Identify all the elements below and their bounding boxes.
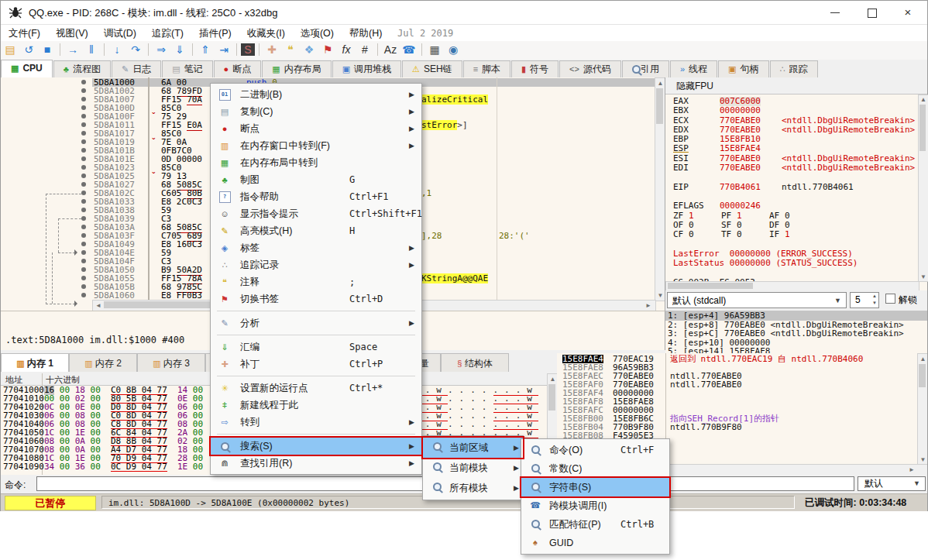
favourites-icon[interactable]: ⚑ <box>319 42 336 57</box>
close-button[interactable]: × <box>891 1 925 24</box>
calling-convention-select[interactable]: 默认 (stdcall)▼ <box>667 292 847 308</box>
hide-fpu-button[interactable]: 隐藏FPU <box>665 77 927 94</box>
step-over-icon[interactable]: ↷ <box>127 42 144 57</box>
command-menu-item[interactable]: 命令(O)Ctrl+F <box>521 441 669 459</box>
tab-memory-map[interactable]: ▦内存布局 <box>262 60 331 77</box>
tab-call-stack[interactable]: ▣调用堆栈 <box>332 60 401 77</box>
close-debuggee-icon[interactable]: ■ <box>39 42 56 57</box>
scroll-up-arrow[interactable]: ▲ <box>655 80 665 87</box>
step-into-icon[interactable]: ↓ <box>108 42 125 57</box>
menu-f[interactable]: 文件(F) <box>1 25 48 40</box>
instruction-help-menu-item[interactable]: ?指令帮助Ctrl+F1 <box>211 188 421 205</box>
breakpoint-dot[interactable] <box>81 122 86 127</box>
menu-o[interactable]: 选项(O) <box>293 25 342 40</box>
scylla-icon[interactable]: S <box>241 43 255 56</box>
mnemonic-brief-menu-item[interactable]: ☺显示指令提示Ctrl+Shift+F1 <box>211 205 421 222</box>
menu-p[interactable]: 插件(P) <box>191 25 239 40</box>
scroll-down-arrow[interactable]: ▼ <box>655 292 665 299</box>
tab-graph[interactable]: ♣流程图 <box>53 60 111 77</box>
breakpoint-dot[interactable] <box>81 139 86 144</box>
tab-handles[interactable]: ▣句柄 <box>718 60 768 77</box>
restart-icon[interactable]: ↺ <box>20 42 37 57</box>
menu-i[interactable]: 收藏夹(I) <box>239 25 293 40</box>
labels-icon[interactable]: ❖ <box>301 42 318 57</box>
tab-threads[interactable]: »线程 <box>670 60 717 77</box>
tab-trace[interactable]: ∴跟踪 <box>770 60 818 77</box>
goto-menu-item[interactable]: ⇨转到▶ <box>211 414 421 431</box>
toggle-bookmark-menu-item[interactable]: ⚑切换书签Ctrl+D <box>211 290 421 307</box>
execute-till-return-icon[interactable]: ⇓ <box>171 42 188 57</box>
dump-tab-1[interactable]: ▥ 内存 1 <box>1 353 69 372</box>
maximize-button[interactable] <box>854 1 888 24</box>
breakpoint-dot[interactable] <box>81 105 86 110</box>
breakpoint-menu-item[interactable]: ●断点▶ <box>211 120 421 137</box>
label-menu-item[interactable]: ◈标签▶ <box>211 239 421 256</box>
breakpoint-dot[interactable] <box>81 191 86 195</box>
run-to-selection-icon[interactable]: ⇒ <box>153 42 170 57</box>
comment-menu-item[interactable]: ❝注释; <box>211 273 421 290</box>
string-references-menu-item[interactable]: 字符串(S) <box>521 478 669 496</box>
tab-references[interactable]: 引用 <box>622 60 669 77</box>
analysis-menu-item[interactable]: ✎分析▶ <box>211 314 421 332</box>
run-icon[interactable]: → <box>64 42 81 57</box>
tab-symbols[interactable]: ▮符号 <box>511 60 559 77</box>
trace-record-menu-item[interactable]: ∴追踪记录▶ <box>211 256 421 273</box>
pattern-menu-item[interactable]: 匹配特征(P)Ctrl+B <box>521 515 669 534</box>
follow-in-memory-map-menu-item[interactable]: ▦在内存布局中转到 <box>211 154 421 171</box>
follow-in-dump-menu-item[interactable]: ▥在内存窗口中转到(F)▶ <box>211 137 421 154</box>
stack-vscrollbar[interactable]: ▲ ▼ <box>917 353 927 466</box>
scroll-right-arrow[interactable]: ► <box>644 302 652 309</box>
stack-row[interactable]: 15E8FB04770B9F80ntdll.770B9F80 <box>557 423 913 431</box>
command-profile-select[interactable]: 默认▼ <box>858 476 926 491</box>
breakpoint-dot[interactable] <box>81 225 86 229</box>
assemble-menu-item[interactable]: ⇓汇编Space <box>211 338 421 356</box>
set-new-origin-menu-item[interactable]: ✳设置新的运行点Ctrl+* <box>211 380 421 397</box>
open-file-icon[interactable]: ▤ <box>2 42 19 57</box>
run-to-user-code-icon[interactable]: ⇥ <box>215 42 232 57</box>
stack-row[interactable]: 15E8FAF0770EABE0ntdll.770EABE0 <box>557 380 913 389</box>
tab-notes[interactable]: ▤笔记 <box>162 60 212 77</box>
menu-h[interactable]: 帮助(H) <box>342 25 390 40</box>
guid-menu-item[interactable]: ♠GUID <box>521 534 669 552</box>
tab-source[interactable]: <>源代码 <box>559 60 621 77</box>
function-icon[interactable]: fx <box>338 42 355 57</box>
binary-menu-item[interactable]: 01二进制(B)▶ <box>211 86 421 103</box>
calls-icon[interactable]: ☎ <box>400 42 418 57</box>
all-modules-menu-item[interactable]: 所有模块▶ <box>423 478 523 498</box>
call-argument-row[interactable]: 1: [esp+4] 96A59BB3 <box>665 311 927 321</box>
breakpoint-dot[interactable] <box>81 208 86 212</box>
breakpoint-dot[interactable] <box>81 276 86 280</box>
minimize-button[interactable] <box>818 1 852 24</box>
breakpoint-dot[interactable] <box>81 242 86 246</box>
breakpoint-dot[interactable] <box>81 233 86 238</box>
breakpoint-dot[interactable] <box>81 182 86 187</box>
dump-tab-3[interactable]: ▥ 内存 3 <box>137 353 205 372</box>
new-thread-here-menu-item[interactable]: ǂ新建线程于此 <box>211 397 421 414</box>
registers-vscrollbar[interactable]: ▲ ▼ <box>918 94 928 282</box>
tab-seh[interactable]: ⚠SEH链 <box>402 60 462 77</box>
find-references-menu-item[interactable]: ⋒查找引用(R)▶ <box>211 455 421 472</box>
dump-tab-2[interactable]: ▥ 内存 2 <box>69 353 137 372</box>
struct-tab[interactable]: § 结构体 <box>441 353 509 372</box>
hash-icon[interactable]: # <box>356 42 373 57</box>
patch-menu-item[interactable]: ✚补丁Ctrl+P <box>211 356 421 373</box>
menu-t[interactable]: 追踪(T) <box>144 25 191 40</box>
call-argument-row[interactable]: 3: [esp+C] 770EABE0 <ntdll.DbgUiRemoteBr… <box>665 329 927 338</box>
menu-v[interactable]: 视图(V) <box>48 25 96 40</box>
breakpoint-dot[interactable] <box>81 148 86 153</box>
calculator-icon[interactable]: ▦ <box>426 42 443 57</box>
highlight-mode-menu-item[interactable]: ✎高亮模式(H)H <box>211 222 421 239</box>
breakpoint-dot[interactable] <box>81 88 86 93</box>
scroll-left-arrow[interactable]: ◄ <box>95 302 102 309</box>
breakpoint-dot[interactable] <box>81 250 86 255</box>
step-out-icon[interactable]: ⇑ <box>197 42 214 57</box>
pause-icon[interactable]: ‖ <box>83 42 100 57</box>
copy-menu-item[interactable]: ▤复制(C)▶ <box>211 103 421 120</box>
comments-icon[interactable]: ❝ <box>282 42 299 57</box>
tab-log[interactable]: ✎日志 <box>112 60 161 77</box>
patch-icon[interactable]: ✚ <box>263 42 280 57</box>
breakpoint-dot[interactable] <box>81 216 86 221</box>
breakpoint-dot[interactable] <box>81 97 86 101</box>
stack-row[interactable]: 15E8FAF400000000 <box>557 389 913 397</box>
call-arguments-list[interactable]: 1: [esp+4] 96A59BB32: [esp+8] 770EABE0 <… <box>665 311 927 354</box>
